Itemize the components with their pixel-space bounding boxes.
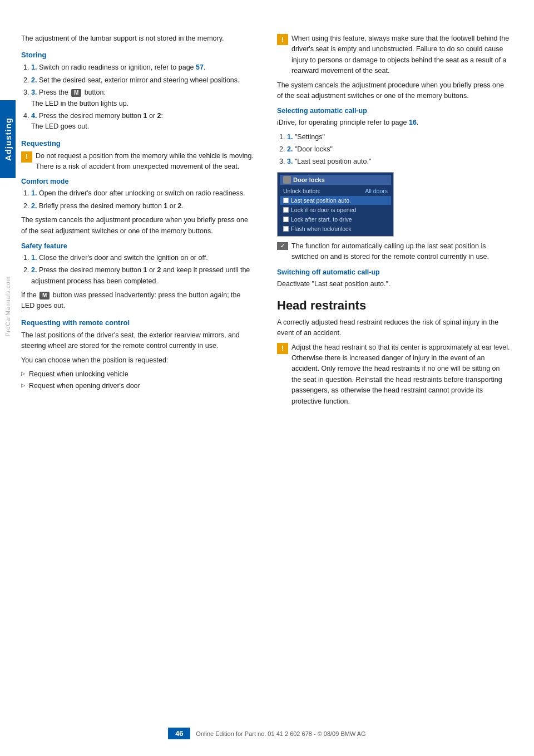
storing-step-2: 2. Set the desired seat, exterior mirror…: [31, 75, 255, 86]
idrive-row-2: Lock if no door is opened: [280, 205, 391, 214]
page-number: 46: [168, 728, 190, 739]
storing-steps: 1. Switch on radio readiness or ignition…: [21, 62, 255, 132]
idrive-unlock-row: Unlock button: All doors: [280, 186, 391, 195]
note-icon: ✓: [277, 242, 288, 250]
head-restraints-warning-box: ! Adjust the head restraint so that its …: [277, 342, 511, 407]
idrive-row-label-1: Last seat position auto.: [291, 197, 388, 204]
safety-step-1: 1. Close the driver's door and switch th…: [31, 253, 255, 263]
requesting-remote-text1: The last positions of the driver's seat,…: [21, 330, 255, 352]
side-watermark: ProCarManuals.com: [0, 223, 16, 390]
idrive-row-3: Lock after start. to drive: [280, 215, 391, 224]
storing-heading: Storing: [21, 51, 255, 59]
footer-text: Online Edition for Part no. 01 41 2 602 …: [190, 730, 365, 737]
auto-callup-heading: Selecting automatic call-up: [277, 107, 511, 115]
safety-feature-note: If the M button was pressed inadvertentl…: [21, 290, 255, 312]
right-warning-text: When using this feature, always make sur…: [291, 33, 511, 77]
m-button-icon: M: [71, 89, 81, 97]
left-column: The adjustment of the lumbar support is …: [21, 33, 266, 410]
requesting-section: Requesting ! Do not request a position f…: [21, 139, 255, 392]
storing-step-1: 1. Switch on radio readiness or ignition…: [31, 62, 255, 73]
safety-feature-section: Safety feature 1. Close the driver's doo…: [21, 242, 255, 312]
storing-step-3: 3. Press the M button:The LED in the but…: [31, 87, 255, 109]
right-warning-icon: !: [277, 34, 288, 45]
idrive-row-label-3: Lock after start. to drive: [291, 216, 388, 223]
bullet-item-2: Request when opening driver's door: [21, 381, 255, 391]
switch-off-section: Switching off automatic call-up Deactiva…: [277, 268, 511, 289]
idrive-screen: Door locks Unlock button: All doors Last…: [277, 172, 394, 237]
requesting-remote-text2: You can choose when the position is requ…: [21, 355, 255, 366]
comfort-mode-heading: Comfort mode: [21, 178, 255, 185]
requesting-remote-bullets: Request when unlocking vehicle Request w…: [21, 369, 255, 392]
auto-callup-intro: iDrive, for operating principle refer to…: [277, 117, 511, 128]
m-button-icon-2: M: [39, 292, 50, 300]
idrive-row-1: Last seat position auto.: [280, 196, 391, 205]
side-tab-label: Adjusting: [3, 117, 13, 161]
page-container: Adjusting ProCarManuals.com The adjustme…: [0, 0, 534, 756]
requesting-warning-text: Do not request a position from the memor…: [36, 151, 255, 173]
auto-callup-step-3: 3. "Last seat position auto.": [287, 156, 511, 167]
safety-feature-steps: 1. Close the driver's door and switch th…: [21, 253, 255, 287]
page-footer: 46 Online Edition for Part no. 01 41 2 6…: [0, 728, 534, 739]
auto-callup-note-text: The function for automatically calling u…: [291, 241, 511, 263]
idrive-checkbox-1: [283, 198, 289, 203]
comfort-mode-steps: 1. Open the driver's door after unlockin…: [21, 188, 255, 212]
intro-paragraph: The adjustment of the lumbar support is …: [21, 33, 255, 44]
auto-callup-step-2: 2. "Door locks": [287, 144, 511, 155]
watermark-text: ProCarManuals.com: [5, 276, 11, 336]
requesting-remote-section: Requesting with remote control The last …: [21, 318, 255, 392]
idrive-title-label: Door locks: [293, 176, 325, 183]
auto-callup-steps: 1. "Settings" 2. "Door locks" 3. "Last s…: [277, 132, 511, 168]
storing-step-4: 4. Press the desired memory button 1 or …: [31, 111, 255, 132]
requesting-heading: Requesting: [21, 139, 255, 148]
comfort-step-2: 2. Briefly press the desired memory butt…: [31, 201, 255, 212]
idrive-row-4: Flash when lock/unlock: [280, 224, 391, 233]
idrive-unlock-value: All doors: [365, 188, 388, 194]
head-restraints-warning-text: Adjust the head restraint so that its ce…: [291, 342, 511, 407]
comfort-mode-note: The system cancels the adjustment proced…: [21, 215, 255, 237]
bullet-item-1: Request when unlocking vehicle: [21, 369, 255, 380]
idrive-row-label-2: Lock if no door is opened: [291, 207, 388, 213]
idrive-checkbox-4: [283, 226, 289, 232]
head-restraints-heading: Head restraints: [277, 298, 511, 313]
comfort-mode-section: Comfort mode 1. Open the driver's door a…: [21, 178, 255, 237]
storing-section: Storing 1. Switch on radio readiness or …: [21, 51, 255, 132]
head-restraints-section: Head restraints A correctly adjusted hea…: [277, 298, 511, 407]
idrive-row-label-4: Flash when lock/unlock: [291, 225, 388, 232]
idrive-title-bar: Door locks: [280, 175, 391, 185]
head-restraints-warning-icon: !: [277, 343, 288, 354]
cancel-note: The system cancels the adjustment proced…: [277, 80, 511, 102]
requesting-warning-box: ! Do not request a position from the mem…: [21, 151, 255, 173]
safety-step-2: 2. Press the desired memory button 1 or …: [31, 265, 255, 287]
safety-feature-heading: Safety feature: [21, 242, 255, 250]
auto-callup-step-1: 1. "Settings": [287, 132, 511, 143]
right-column: ! When using this feature, always make s…: [266, 33, 511, 410]
requesting-remote-heading: Requesting with remote control: [21, 318, 255, 327]
switch-off-text: Deactivate "Last seat position auto.".: [277, 279, 511, 289]
auto-callup-note-box: ✓ The function for automatically calling…: [277, 241, 511, 263]
idrive-checkbox-3: [283, 217, 289, 222]
idrive-title-icon: [283, 176, 291, 184]
side-tab: Adjusting: [0, 100, 16, 178]
switch-off-heading: Switching off automatic call-up: [277, 268, 511, 276]
main-content: The adjustment of the lumbar support is …: [21, 33, 522, 410]
idrive-unlock-label: Unlock button:: [283, 188, 363, 194]
auto-callup-section: Selecting automatic call-up iDrive, for …: [277, 107, 511, 262]
warning-icon: !: [21, 151, 32, 163]
comfort-step-1: 1. Open the driver's door after unlockin…: [31, 188, 255, 199]
idrive-checkbox-2: [283, 207, 289, 213]
right-warning-box: ! When using this feature, always make s…: [277, 33, 511, 77]
head-restraints-intro: A correctly adjusted head restraint redu…: [277, 317, 511, 339]
